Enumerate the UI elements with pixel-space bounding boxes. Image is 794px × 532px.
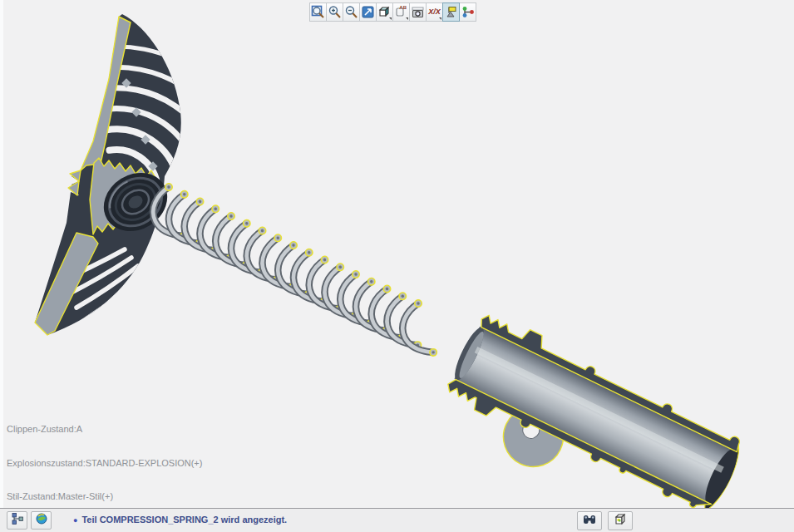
selection-filter-button[interactable] — [608, 511, 633, 530]
model-tree-icon — [11, 512, 24, 529]
view-state-overlay: Clippen-Zustand:A Explosionszustand:STAN… — [7, 401, 202, 514]
model-tree-toggle-button[interactable] — [7, 511, 27, 530]
ab-label: AB — [399, 5, 407, 10]
view-toolbar: AB X/X — [309, 2, 476, 22]
zoom-out-button[interactable] — [343, 2, 360, 22]
component-connections-button[interactable] — [459, 2, 476, 22]
dropdown-caret — [406, 17, 408, 20]
explode-state-line: Explosionszustand:STANDARD-EXPLOSION(+) — [7, 458, 202, 470]
cad-application-window: { "toolbar": { "buttons": [ "zoom-window… — [0, 0, 794, 532]
refit-icon — [361, 5, 375, 19]
links-icon — [461, 5, 475, 19]
browser-globe-icon — [35, 512, 48, 529]
style-state-line: Stil-Zustand:Master-Stil(+) — [7, 491, 202, 503]
saved-view-list-button[interactable] — [376, 2, 393, 22]
part-spring-guide-tube[interactable] — [429, 308, 751, 508]
dropdown-caret — [389, 17, 392, 20]
datum-toggle-icon: X/X — [428, 8, 441, 16]
zoom-window-icon — [311, 5, 325, 19]
dropdown-caret — [439, 17, 441, 20]
status-message: ●Teil COMPRESSION_SPRING_2 wird angezeig… — [73, 515, 287, 525]
browser-toggle-button[interactable] — [31, 511, 52, 530]
datum-display-filters-button[interactable]: X/X — [426, 2, 443, 22]
zoom-window-button[interactable] — [309, 2, 327, 22]
clip-state-line: Clippen-Zustand:A — [7, 424, 202, 436]
refit-button[interactable] — [359, 2, 377, 22]
view-manager-icon — [444, 5, 458, 19]
zoom-in-icon — [328, 5, 342, 19]
status-message-text: Teil COMPRESSION_SPRING_2 wird angezeigt… — [81, 515, 287, 525]
status-bullet-icon: ● — [73, 516, 77, 525]
search-button[interactable] — [577, 511, 602, 530]
status-bar: ●Teil COMPRESSION_SPRING_2 wird angezeig… — [0, 508, 794, 532]
zoom-in-button[interactable] — [326, 2, 343, 22]
appearance-gallery-button[interactable]: AB — [392, 2, 410, 22]
spring-coil[interactable] — [401, 299, 437, 358]
view-manager-button[interactable] — [442, 2, 460, 22]
part-spring-retainer-dome[interactable] — [35, 14, 259, 335]
binoculars-icon — [582, 513, 597, 530]
image-capture-button[interactable] — [409, 2, 427, 22]
filter-box-icon — [613, 512, 628, 530]
zoom-out-icon — [344, 5, 358, 19]
camera-icon — [411, 5, 425, 19]
part-compression-spring[interactable] — [151, 183, 437, 358]
